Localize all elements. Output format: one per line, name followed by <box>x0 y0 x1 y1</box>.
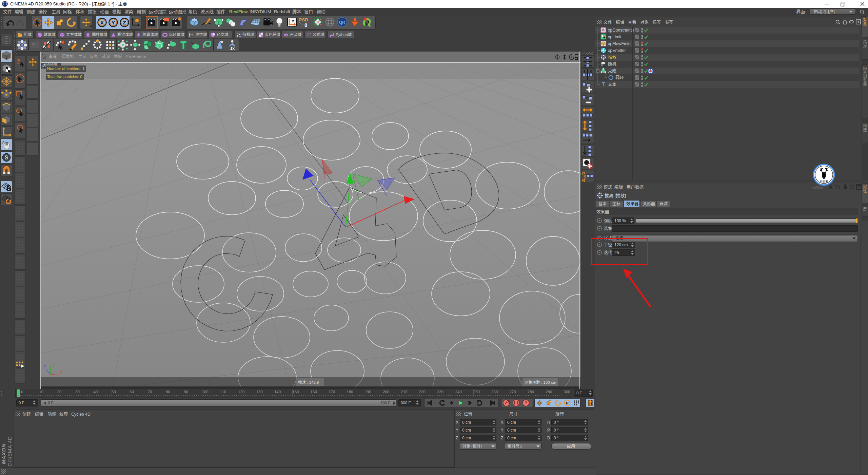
svg-text:.fx: .fx <box>230 46 235 51</box>
svg-text:Z: Z <box>44 365 46 369</box>
svg-text:0: 0 <box>304 22 307 28</box>
svg-text:Y: Y <box>112 20 115 25</box>
svg-text:帧速 : 142.9: 帧速 : 142.9 <box>298 380 319 384</box>
svg-text:PSR: PSR <box>299 17 308 22</box>
svg-text:X: X <box>100 20 104 25</box>
svg-text:R: R <box>582 178 585 182</box>
svg-text:S: S <box>5 155 8 160</box>
svg-text:Y: Y <box>52 364 55 367</box>
svg-text:?: ? <box>16 57 20 65</box>
svg-text:?: ? <box>525 401 527 405</box>
svg-text:X: X <box>60 371 63 375</box>
svg-text:行走者: 行走者 <box>820 180 828 183</box>
svg-text:Z: Z <box>123 20 126 25</box>
svg-text:P: P <box>566 401 568 405</box>
svg-text:QR: QR <box>339 20 345 25</box>
svg-text:网格间距 : 100 cm: 网格间距 : 100 cm <box>525 380 556 384</box>
